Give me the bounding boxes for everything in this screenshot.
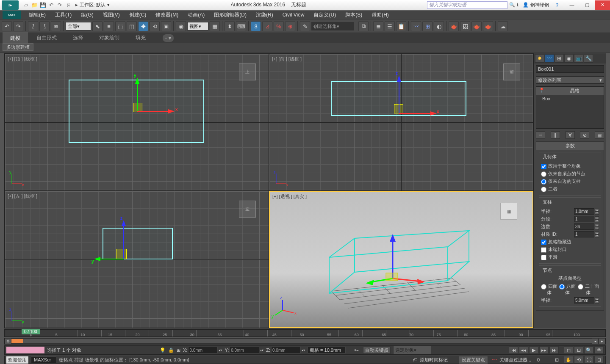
menu-tools[interactable]: 工具(T) bbox=[51, 10, 76, 20]
abs-rel-icon[interactable]: ⊞ bbox=[177, 347, 180, 353]
goto-end-button[interactable]: ⏭ bbox=[549, 346, 559, 354]
ribbon-poly-modeling[interactable]: 多边形建模 bbox=[3, 43, 33, 51]
help-search-input[interactable]: 键入关键字或短语 bbox=[427, 1, 507, 9]
current-frame-input[interactable]: 0 bbox=[537, 357, 552, 362]
menu-edit[interactable]: 编辑(E) bbox=[25, 10, 50, 20]
use-pivot-button[interactable]: ▦ bbox=[210, 21, 220, 31]
layers-button[interactable]: ☰ bbox=[385, 21, 395, 31]
select-by-name-button[interactable]: ≡ bbox=[104, 21, 114, 31]
window-crossing-button[interactable]: ◫ bbox=[127, 21, 137, 31]
ribbon-tab-selection[interactable]: 选择 bbox=[65, 33, 91, 43]
cb-end-caps[interactable]: 末端封口 bbox=[541, 246, 567, 253]
mirror-button[interactable]: ⧉ bbox=[358, 21, 369, 31]
modifier-stack[interactable]: 📍晶格 Box bbox=[536, 86, 604, 129]
play-button[interactable]: ▶ bbox=[529, 346, 538, 354]
named-selection-dropdown[interactable]: 创建选择集 ▾ bbox=[311, 22, 354, 30]
viewport-top[interactable]: [+] [顶 ] [线框 ] y x 上 yx bbox=[5, 54, 269, 191]
time-slider[interactable]: 0 / 100 05101520253035404550556065707580… bbox=[4, 329, 606, 337]
maximize-button[interactable]: ▢ bbox=[580, 0, 595, 10]
viewport-perspective[interactable]: [+] [透视 ] [真实 ] bbox=[269, 191, 533, 328]
strut-sides-spinner[interactable]: ▴▾ bbox=[574, 223, 599, 230]
material-editor-button[interactable]: ◐ bbox=[434, 21, 444, 31]
viewport-label-left[interactable]: [+] [左 ] [线框 ] bbox=[8, 193, 37, 199]
zoom-extents-icon[interactable]: ⊡ bbox=[574, 346, 583, 354]
remove-modifier-icon[interactable]: ⊘ bbox=[580, 131, 589, 139]
viewport-label-top[interactable]: [+] [顶 ] [线框 ] bbox=[8, 56, 37, 62]
stack-item-box[interactable]: Box bbox=[536, 95, 604, 102]
rendered-frame-button[interactable]: 🖼 bbox=[460, 21, 470, 31]
ref-coord-dropdown[interactable]: 视图 ▾ bbox=[187, 22, 208, 30]
render-setup-button[interactable]: 🫖 bbox=[449, 21, 459, 31]
track-scroll-left[interactable]: ◂ bbox=[592, 338, 599, 344]
cb-smooth[interactable]: 平滑 bbox=[541, 254, 557, 260]
time-config-icon[interactable]: ⊞ bbox=[555, 357, 559, 363]
edit-named-sel-button[interactable]: ✎ bbox=[300, 21, 310, 31]
menu-maxscript[interactable]: 脚本(S) bbox=[341, 10, 366, 20]
tab-hierarchy-icon[interactable]: ⊞ bbox=[555, 54, 564, 63]
ref-coord-icon[interactable]: ◉ bbox=[176, 21, 186, 31]
key-filters-button[interactable]: 关键点过滤器... bbox=[499, 357, 531, 363]
radio-both[interactable]: 二者 bbox=[541, 186, 557, 192]
cb-ignore-hidden[interactable]: 忽略隐藏边 bbox=[541, 239, 571, 245]
close-button[interactable]: ✕ bbox=[595, 0, 610, 10]
viewcube[interactable]: ▦ bbox=[496, 199, 521, 224]
qat-project-icon[interactable]: ⎘ bbox=[64, 1, 72, 9]
configure-sets-icon[interactable]: ▤ bbox=[595, 131, 604, 139]
qat-save-icon[interactable]: 💾 bbox=[39, 1, 47, 9]
radio-tetra[interactable]: 四面 体 bbox=[541, 283, 557, 296]
tab-modify-icon[interactable]: 〰 bbox=[545, 54, 554, 63]
unlink-button[interactable]: ⟆ bbox=[39, 21, 50, 31]
menu-customize[interactable]: 自定义(U) bbox=[309, 10, 340, 20]
tab-display-icon[interactable]: 📺 bbox=[574, 54, 583, 63]
menu-modifiers[interactable]: 修改器(M) bbox=[151, 10, 183, 20]
render-iterative-button[interactable]: 🫖 bbox=[483, 21, 493, 31]
link-button[interactable]: ⟅ bbox=[28, 21, 38, 31]
selection-lock-icon[interactable]: 🔒 bbox=[168, 347, 174, 353]
make-unique-icon[interactable]: ∀ bbox=[566, 131, 575, 139]
zoom-icon[interactable]: 🔍 bbox=[584, 346, 593, 354]
orbit-icon[interactable]: ⟲ bbox=[574, 356, 583, 364]
layer-explorer-button[interactable]: 📋 bbox=[396, 21, 406, 31]
menu-rendering[interactable]: 渲染(R) bbox=[252, 10, 277, 20]
z-coord-input[interactable]: 0.0mm bbox=[271, 347, 301, 353]
prev-frame-button[interactable]: ◂◂ bbox=[519, 346, 528, 354]
user-account[interactable]: 👤 钢神绿钢 bbox=[523, 2, 549, 8]
viewcube[interactable]: 上 bbox=[235, 59, 260, 85]
fov-icon[interactable]: 👁 bbox=[594, 346, 604, 354]
menu-create[interactable]: 创建(C) bbox=[125, 10, 151, 20]
render-production-button[interactable]: 🫖 bbox=[471, 21, 482, 31]
signin-icon[interactable]: ℹ bbox=[517, 2, 518, 8]
time-tag-icon[interactable]: 🏷 bbox=[413, 357, 417, 362]
render-in-cloud-button[interactable]: ☁ bbox=[498, 21, 508, 31]
key-mode-icon[interactable]: 🗝 bbox=[354, 347, 359, 353]
select-scale-button[interactable]: ▣ bbox=[161, 21, 171, 31]
gizmo[interactable] bbox=[116, 249, 127, 259]
select-region-button[interactable]: ⬚ bbox=[115, 21, 125, 31]
modifier-list-dropdown[interactable]: 修改器列表▾ bbox=[536, 76, 604, 84]
snap-toggle-button[interactable]: 3 bbox=[251, 21, 261, 31]
menu-civil-view[interactable]: Civil View bbox=[278, 11, 309, 19]
qat-new-icon[interactable]: ▱ bbox=[22, 1, 30, 9]
ribbon-tab-modeling[interactable]: 建模 bbox=[3, 33, 28, 44]
minimize-button[interactable]: — bbox=[564, 0, 580, 10]
select-rotate-button[interactable]: ⟲ bbox=[150, 21, 160, 31]
radio-octa[interactable]: 八面 体 bbox=[559, 283, 576, 296]
menu-views[interactable]: 视图(V) bbox=[99, 10, 124, 20]
x-coord-input[interactable]: 0.0mm bbox=[188, 347, 218, 353]
ribbon-collapse-icon[interactable]: ◦ ▾ bbox=[163, 34, 174, 42]
search-icon[interactable]: 🔍 bbox=[509, 2, 515, 8]
tab-create-icon[interactable]: ✸ bbox=[535, 54, 544, 63]
workspace-selector[interactable]: ▸ 工作区: 默认 ▾ bbox=[75, 2, 110, 8]
pan-view-icon[interactable]: ✋ bbox=[564, 356, 573, 364]
isolate-selection-icon[interactable]: ◻ bbox=[564, 346, 573, 354]
track-scroll-right[interactable]: ▸ bbox=[599, 338, 605, 344]
menu-graph-editors[interactable]: 图形编辑器(D) bbox=[210, 10, 251, 20]
goto-start-button[interactable]: ⏮ bbox=[509, 346, 518, 354]
ribbon-tab-populate[interactable]: 填充 bbox=[128, 33, 153, 43]
radio-icosa[interactable]: 二十面 体 bbox=[578, 283, 599, 296]
joint-radius-spinner[interactable]: ▴▾ bbox=[574, 297, 599, 303]
gizmo[interactable] bbox=[394, 104, 403, 113]
zoom-region-icon[interactable]: ⊡ bbox=[594, 356, 604, 364]
y-coord-input[interactable]: 0.0mm bbox=[230, 347, 259, 353]
lock-icon[interactable]: 💡 bbox=[160, 347, 166, 353]
